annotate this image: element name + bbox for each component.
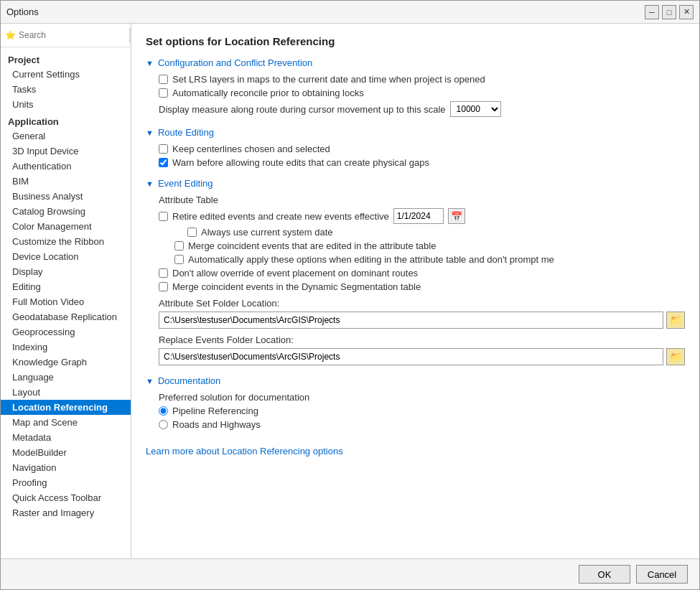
folder-icon-2: 📁: [670, 351, 682, 362]
auto-apply-label: Automatically apply these options when e…: [188, 254, 554, 265]
pipeline-referencing-radio[interactable]: [159, 406, 168, 416]
auto-apply-row: Automatically apply these options when e…: [174, 254, 685, 265]
sidebar-item-current-settings[interactable]: Current Settings: [1, 67, 131, 82]
cancel-button[interactable]: Cancel: [636, 565, 688, 584]
sidebar-item-device-location[interactable]: Device Location: [1, 249, 131, 264]
roads-highways-radio[interactable]: [159, 420, 168, 429]
sidebar-item-metadata[interactable]: Metadata: [1, 430, 131, 445]
sidebar-item-modelbuilder[interactable]: ModelBuilder: [1, 445, 131, 460]
learn-more-row: Learn more about Location Referencing op…: [146, 439, 685, 456]
window-controls: ─ □ ✕: [645, 5, 694, 19]
always-current-row: Always use current system date: [187, 227, 685, 238]
route-collapse-icon: ▼: [146, 128, 154, 137]
dont-allow-override-label: Don't allow override of event placement …: [172, 268, 418, 278]
sidebar-item-knowledge-graph[interactable]: Knowledge Graph: [1, 355, 131, 370]
scale-row: Display measure along route during curso…: [159, 101, 685, 117]
sidebar-item-language[interactable]: Language: [1, 370, 131, 385]
sidebar-item-geodatabase-replication[interactable]: Geodatabase Replication: [1, 309, 131, 324]
documentation-section-header[interactable]: ▼ Documentation: [146, 375, 685, 386]
maximize-button[interactable]: □: [662, 5, 676, 19]
merge-coincident-attr-label: Merge coincident events that are edited …: [188, 240, 436, 251]
always-current-checkbox[interactable]: [187, 228, 197, 237]
attr-set-folder-row: 📁: [159, 312, 685, 329]
folder-icon-1: 📁: [670, 314, 682, 326]
replace-path-input[interactable]: [159, 348, 663, 365]
ok-button[interactable]: OK: [579, 565, 630, 584]
sidebar-item-navigation[interactable]: Navigation: [1, 460, 131, 475]
sidebar-item-geoprocessing[interactable]: Geoprocessing: [1, 324, 131, 340]
merge-coincident-attr-checkbox[interactable]: [174, 241, 184, 250]
lrs-layers-row: Set LRS layers in maps to the current da…: [159, 74, 685, 85]
merge-dynamic-seg-row: Merge coincident events in the Dynamic S…: [159, 281, 685, 292]
sidebar-item-indexing[interactable]: Indexing: [1, 340, 131, 355]
learn-more-link[interactable]: Learn more about Location Referencing op…: [146, 446, 343, 456]
scale-label: Display measure along route during curso…: [159, 104, 446, 115]
sidebar-item-units[interactable]: Units: [1, 97, 131, 112]
config-section-header[interactable]: ▼ Configuration and Conflict Prevention: [146, 57, 685, 68]
minimize-icon: ─: [649, 8, 655, 17]
sidebar-group-application: Application: [1, 112, 131, 128]
sidebar-item-raster-and-imagery[interactable]: Raster and Imagery: [1, 505, 131, 520]
sidebar-item-display[interactable]: Display: [1, 264, 131, 279]
dont-allow-override-checkbox[interactable]: [159, 268, 168, 278]
route-section-header[interactable]: ▼ Route Editing: [146, 127, 685, 138]
event-section-label: Event Editing: [158, 178, 213, 189]
sidebar-item-quick-access-toolbar[interactable]: Quick Access Toolbar: [1, 490, 131, 505]
keep-centerlines-row: Keep centerlines chosen and selected: [159, 144, 685, 154]
pipeline-referencing-label: Pipeline Referencing: [172, 406, 258, 416]
sidebar-item-business-analyst[interactable]: Business Analyst: [1, 189, 131, 204]
config-section-content: Set LRS layers in maps to the current da…: [159, 74, 685, 117]
close-icon: ✕: [683, 7, 690, 17]
merge-dynamic-seg-checkbox[interactable]: [159, 282, 168, 291]
sidebar-item-customize-ribbon[interactable]: Customize the Ribbon: [1, 234, 131, 249]
sidebar-item-location-referencing[interactable]: Location Referencing: [1, 400, 131, 415]
roads-highways-row: Roads and Highways: [159, 419, 685, 430]
sidebar-item-full-motion-video[interactable]: Full Motion Video: [1, 294, 131, 309]
date-input[interactable]: [393, 208, 444, 224]
route-section-label: Route Editing: [158, 127, 214, 138]
sidebar-group-project: Project: [1, 50, 131, 67]
close-button[interactable]: ✕: [679, 5, 694, 19]
sidebar-item-editing[interactable]: Editing: [1, 279, 131, 294]
auto-apply-checkbox[interactable]: [174, 255, 184, 264]
replace-folder-button[interactable]: 📁: [666, 348, 685, 365]
attr-set-path-input[interactable]: [159, 312, 663, 329]
search-input[interactable]: [19, 30, 126, 40]
sidebar-item-catalog-browsing[interactable]: Catalog Browsing: [1, 204, 131, 219]
search-icon: ⭐: [5, 30, 16, 40]
reconcile-checkbox[interactable]: [159, 88, 168, 98]
sidebar-item-authentication[interactable]: Authentication: [1, 159, 131, 174]
sidebar-item-3d-input-device[interactable]: 3D Input Device: [1, 144, 131, 159]
warn-route-checkbox[interactable]: [159, 158, 168, 167]
sidebar-item-map-and-scene[interactable]: Map and Scene: [1, 415, 131, 430]
merge-dynamic-seg-label: Merge coincident events in the Dynamic S…: [172, 281, 421, 292]
options-dialog: Options ─ □ ✕ ⭐ 🔍: [0, 0, 700, 590]
attr-set-folder-button[interactable]: 📁: [666, 312, 685, 329]
replace-folder-row: 📁: [159, 348, 685, 365]
warn-route-label: Warn before allowing route edits that ca…: [172, 157, 429, 168]
keep-centerlines-checkbox[interactable]: [159, 144, 168, 154]
maximize-icon: □: [667, 8, 672, 17]
sidebar-item-tasks[interactable]: Tasks: [1, 82, 131, 97]
sidebar-item-layout[interactable]: Layout: [1, 385, 131, 400]
minimize-button[interactable]: ─: [645, 5, 659, 19]
reconcile-label: Automatically reconcile prior to obtaini…: [172, 88, 364, 98]
sidebar-item-proofing[interactable]: Proofing: [1, 475, 131, 490]
merge-coincident-attr-row: Merge coincident events that are edited …: [174, 240, 685, 251]
event-section-header[interactable]: ▼ Event Editing: [146, 178, 685, 189]
replace-label: Replace Events Folder Location:: [159, 334, 685, 345]
calendar-button[interactable]: 📅: [448, 208, 465, 224]
lrs-layers-checkbox[interactable]: [159, 75, 168, 84]
dialog-title: Options: [6, 6, 645, 17]
lrs-layers-label: Set LRS layers in maps to the current da…: [172, 74, 485, 85]
scale-select[interactable]: 10000 1000 5000 25000 50000 100000: [450, 101, 501, 117]
sidebar-list: Project Current Settings Tasks Units App…: [1, 47, 131, 558]
retire-events-row: Retire edited events and create new even…: [159, 208, 685, 224]
event-section-content: Attribute Table Retire edited events and…: [159, 195, 685, 365]
sidebar-item-general[interactable]: General: [1, 128, 131, 144]
attribute-table-label: Attribute Table: [159, 195, 685, 205]
sidebar-item-bim[interactable]: BIM: [1, 174, 131, 189]
main-panel: Set options for Location Referencing ▼ C…: [131, 24, 699, 558]
sidebar-item-color-management[interactable]: Color Management: [1, 219, 131, 234]
retire-events-checkbox[interactable]: [159, 212, 168, 221]
